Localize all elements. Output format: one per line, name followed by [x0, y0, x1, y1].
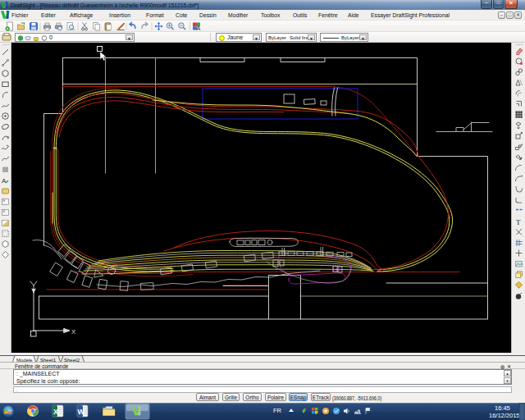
- svg-text:16/12/2015: 16/12/2015: [489, 412, 520, 419]
- svg-text:A: A: [197, 25, 201, 31]
- svg-text:X: X: [71, 328, 76, 336]
- svg-text:FR: FR: [273, 407, 282, 414]
- svg-text:W: W: [78, 408, 85, 416]
- svg-text:T: T: [516, 218, 521, 226]
- svg-text:A: A: [2, 177, 7, 185]
- svg-text:16:45: 16:45: [495, 404, 510, 412]
- svg-text:X: X: [53, 408, 58, 416]
